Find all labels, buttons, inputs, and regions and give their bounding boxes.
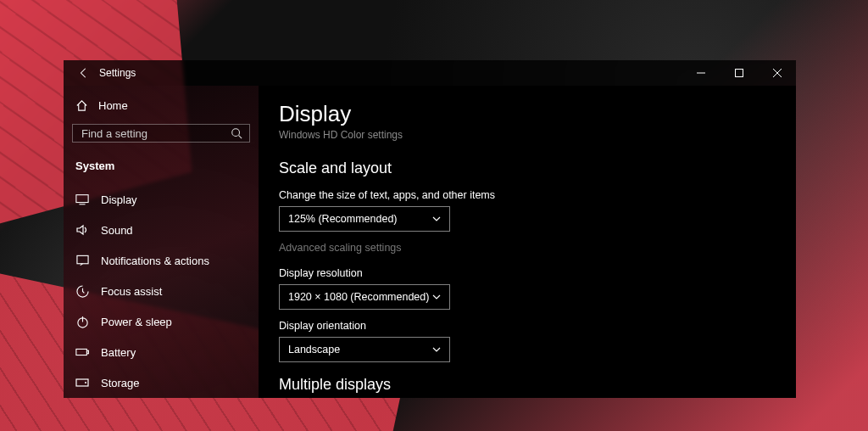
sidebar-item-display[interactable]: Display	[72, 184, 250, 215]
power-icon	[75, 316, 89, 328]
svg-rect-12	[87, 350, 89, 354]
sidebar-item-focus-assist[interactable]: Focus assist	[72, 276, 250, 306]
chevron-down-icon	[432, 294, 441, 299]
sidebar-item-battery[interactable]: Battery	[72, 337, 250, 367]
resolution-label: Display resolution	[279, 267, 796, 279]
chevron-down-icon	[432, 216, 441, 221]
resolution-value: 1920 × 1080 (Recommended)	[288, 291, 429, 303]
close-button[interactable]	[758, 60, 796, 86]
storage-icon	[75, 378, 89, 388]
chevron-down-icon	[432, 347, 441, 352]
search-input[interactable]: Find a setting	[72, 124, 250, 143]
home-icon	[75, 99, 88, 112]
advanced-scaling-link[interactable]: Advanced scaling settings	[279, 242, 796, 254]
svg-point-14	[85, 382, 86, 383]
search-placeholder: Find a setting	[81, 127, 231, 140]
home-link[interactable]: Home	[72, 92, 250, 124]
search-icon	[231, 127, 242, 139]
settings-window: Settings Home Find a setting	[64, 60, 796, 398]
display-icon	[75, 193, 89, 205]
orientation-label: Display orientation	[279, 320, 796, 332]
sidebar-item-label: Notifications & actions	[101, 255, 209, 267]
sidebar-category: System	[72, 154, 250, 184]
sidebar-item-power-sleep[interactable]: Power & sleep	[72, 306, 250, 337]
back-button[interactable]	[72, 60, 96, 86]
content-pane: Display Windows HD Color settings Scale …	[259, 86, 796, 398]
scale-dropdown[interactable]: 125% (Recommended)	[279, 206, 450, 232]
multiple-displays-heading: Multiple displays	[279, 376, 796, 394]
orientation-dropdown[interactable]: Landscape	[279, 337, 450, 362]
sidebar-item-label: Focus assist	[101, 285, 162, 298]
scale-layout-heading: Scale and layout	[279, 160, 796, 177]
battery-icon	[75, 347, 89, 357]
sidebar-item-notifications[interactable]: Notifications & actions	[72, 245, 250, 276]
minimize-button[interactable]	[682, 60, 720, 86]
sidebar-item-label: Display	[101, 193, 137, 206]
orientation-value: Landscape	[288, 344, 340, 355]
page-title: Display	[279, 101, 796, 127]
notifications-icon	[75, 255, 89, 266]
home-label: Home	[98, 99, 128, 112]
sidebar-item-sound[interactable]: Sound	[72, 215, 250, 245]
sidebar-item-label: Storage	[101, 377, 140, 389]
svg-rect-11	[76, 349, 86, 355]
scale-value: 125% (Recommended)	[288, 213, 398, 225]
svg-rect-1	[735, 70, 743, 77]
focus-assist-icon	[75, 285, 89, 298]
sound-icon	[75, 224, 89, 236]
sidebar-item-storage[interactable]: Storage	[72, 367, 250, 398]
svg-line-5	[239, 136, 242, 139]
sidebar-item-label: Battery	[101, 346, 136, 359]
window-controls	[682, 60, 796, 86]
svg-rect-8	[76, 255, 87, 263]
sidebar-item-label: Power & sleep	[101, 316, 172, 328]
hd-color-link[interactable]: Windows HD Color settings	[279, 129, 796, 141]
svg-point-4	[232, 129, 240, 137]
window-title: Settings	[99, 67, 136, 79]
scale-label: Change the size of text, apps, and other…	[279, 189, 796, 201]
svg-rect-6	[76, 195, 88, 203]
sidebar: Home Find a setting System Display So	[64, 86, 259, 398]
sidebar-item-label: Sound	[101, 224, 133, 237]
maximize-button[interactable]	[720, 60, 758, 86]
resolution-dropdown[interactable]: 1920 × 1080 (Recommended)	[279, 284, 450, 310]
titlebar: Settings	[64, 60, 796, 86]
